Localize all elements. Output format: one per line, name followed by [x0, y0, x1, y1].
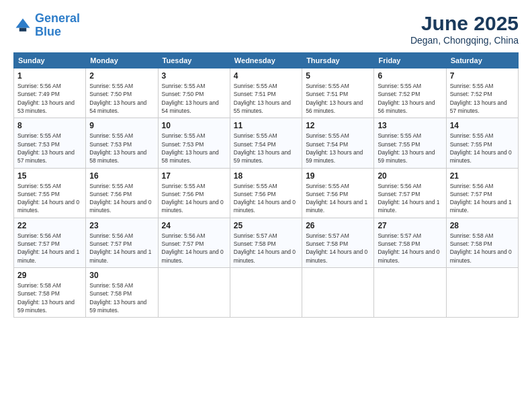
calendar-cell: [446, 268, 518, 318]
day-info: Sunrise: 5:57 AMSunset: 7:58 PMDaylight:…: [234, 232, 298, 265]
day-number: 23: [89, 221, 154, 230]
calendar-page: General Blue June 2025 Degan, Chongqing,…: [0, 0, 532, 411]
day-number: 4: [234, 71, 298, 81]
calendar-cell: 1Sunrise: 5:56 AMSunset: 7:49 PMDaylight…: [14, 68, 86, 118]
day-number: 25: [234, 221, 298, 230]
calendar-cell: 27Sunrise: 5:57 AMSunset: 7:58 PMDayligh…: [374, 218, 446, 267]
logo-line1: General: [35, 11, 80, 25]
calendar-week-row: 8Sunrise: 5:55 AMSunset: 7:53 PMDaylight…: [14, 118, 519, 168]
day-info: Sunrise: 5:55 AMSunset: 7:56 PMDaylight:…: [306, 182, 370, 215]
day-info: Sunrise: 5:58 AMSunset: 7:58 PMDaylight:…: [450, 232, 515, 265]
calendar-header-row: SundayMondayTuesdayWednesdayThursdayFrid…: [14, 53, 519, 68]
calendar-cell: [158, 268, 230, 318]
calendar-cell: 8Sunrise: 5:55 AMSunset: 7:53 PMDaylight…: [14, 118, 86, 168]
calendar-table: SundayMondayTuesdayWednesdayThursdayFrid…: [13, 52, 519, 318]
col-header-tuesday: Tuesday: [158, 53, 230, 68]
day-number: 10: [162, 121, 226, 130]
svg-marker-0: [16, 18, 30, 28]
calendar-cell: 10Sunrise: 5:55 AMSunset: 7:53 PMDayligh…: [158, 118, 230, 168]
day-number: 20: [378, 171, 442, 181]
month-title: June 2025: [410, 12, 519, 35]
calendar-cell: 23Sunrise: 5:56 AMSunset: 7:57 PMDayligh…: [86, 218, 158, 267]
day-info: Sunrise: 5:55 AMSunset: 7:51 PMDaylight:…: [306, 82, 370, 115]
day-info: Sunrise: 5:55 AMSunset: 7:56 PMDaylight:…: [162, 182, 226, 215]
day-number: 12: [306, 121, 370, 130]
calendar-cell: 13Sunrise: 5:55 AMSunset: 7:55 PMDayligh…: [374, 118, 446, 168]
calendar-cell: 25Sunrise: 5:57 AMSunset: 7:58 PMDayligh…: [230, 218, 302, 267]
day-number: 14: [450, 121, 515, 130]
calendar-cell: 26Sunrise: 5:57 AMSunset: 7:58 PMDayligh…: [302, 218, 374, 267]
day-info: Sunrise: 5:55 AMSunset: 7:55 PMDaylight:…: [450, 132, 515, 165]
col-header-sunday: Sunday: [14, 53, 86, 68]
col-header-monday: Monday: [86, 53, 158, 68]
calendar-cell: 12Sunrise: 5:55 AMSunset: 7:54 PMDayligh…: [302, 118, 374, 168]
day-number: 5: [306, 71, 370, 81]
day-number: 29: [17, 271, 82, 280]
day-info: Sunrise: 5:56 AMSunset: 7:57 PMDaylight:…: [89, 232, 154, 265]
day-info: Sunrise: 5:57 AMSunset: 7:58 PMDaylight:…: [378, 232, 442, 265]
calendar-cell: 28Sunrise: 5:58 AMSunset: 7:58 PMDayligh…: [446, 218, 518, 267]
day-info: Sunrise: 5:55 AMSunset: 7:51 PMDaylight:…: [234, 82, 298, 115]
calendar-cell: 4Sunrise: 5:55 AMSunset: 7:51 PMDaylight…: [230, 68, 302, 118]
day-number: 24: [162, 221, 226, 230]
day-number: 26: [306, 221, 370, 230]
day-number: 15: [17, 171, 82, 181]
calendar-week-row: 29Sunrise: 5:58 AMSunset: 7:58 PMDayligh…: [14, 268, 519, 318]
calendar-cell: 14Sunrise: 5:55 AMSunset: 7:55 PMDayligh…: [446, 118, 518, 168]
day-info: Sunrise: 5:55 AMSunset: 7:50 PMDaylight:…: [89, 82, 154, 115]
calendar-cell: 30Sunrise: 5:58 AMSunset: 7:58 PMDayligh…: [86, 268, 158, 318]
day-number: 17: [162, 171, 226, 181]
location: Degan, Chongqing, China: [410, 35, 519, 46]
day-number: 2: [89, 71, 154, 81]
calendar-cell: 24Sunrise: 5:56 AMSunset: 7:57 PMDayligh…: [158, 218, 230, 267]
col-header-saturday: Saturday: [446, 53, 518, 68]
calendar-cell: [374, 268, 446, 318]
day-info: Sunrise: 5:55 AMSunset: 7:54 PMDaylight:…: [306, 132, 370, 165]
calendar-cell: 7Sunrise: 5:55 AMSunset: 7:52 PMDaylight…: [446, 68, 518, 118]
calendar-cell: 11Sunrise: 5:55 AMSunset: 7:54 PMDayligh…: [230, 118, 302, 168]
calendar-cell: 6Sunrise: 5:55 AMSunset: 7:52 PMDaylight…: [374, 68, 446, 118]
day-number: 3: [162, 71, 226, 81]
day-number: 11: [234, 121, 298, 130]
day-info: Sunrise: 5:55 AMSunset: 7:53 PMDaylight:…: [89, 132, 154, 165]
calendar-cell: 17Sunrise: 5:55 AMSunset: 7:56 PMDayligh…: [158, 168, 230, 218]
day-info: Sunrise: 5:55 AMSunset: 7:54 PMDaylight:…: [234, 132, 298, 165]
day-info: Sunrise: 5:56 AMSunset: 7:57 PMDaylight:…: [450, 182, 515, 215]
day-number: 6: [378, 71, 442, 81]
day-number: 28: [450, 221, 515, 230]
calendar-week-row: 22Sunrise: 5:56 AMSunset: 7:57 PMDayligh…: [14, 218, 519, 267]
day-info: Sunrise: 5:55 AMSunset: 7:55 PMDaylight:…: [378, 132, 442, 165]
day-info: Sunrise: 5:56 AMSunset: 7:57 PMDaylight:…: [162, 232, 226, 265]
day-info: Sunrise: 5:55 AMSunset: 7:56 PMDaylight:…: [89, 182, 154, 215]
day-number: 22: [17, 221, 82, 230]
calendar-cell: 5Sunrise: 5:55 AMSunset: 7:51 PMDaylight…: [302, 68, 374, 118]
day-info: Sunrise: 5:55 AMSunset: 7:53 PMDaylight:…: [162, 132, 226, 165]
calendar-cell: 3Sunrise: 5:55 AMSunset: 7:50 PMDaylight…: [158, 68, 230, 118]
day-info: Sunrise: 5:55 AMSunset: 7:56 PMDaylight:…: [234, 182, 298, 215]
day-info: Sunrise: 5:55 AMSunset: 7:52 PMDaylight:…: [378, 82, 442, 115]
calendar-cell: [230, 268, 302, 318]
calendar-cell: 18Sunrise: 5:55 AMSunset: 7:56 PMDayligh…: [230, 168, 302, 218]
calendar-cell: 15Sunrise: 5:55 AMSunset: 7:55 PMDayligh…: [14, 168, 86, 218]
calendar-cell: 29Sunrise: 5:58 AMSunset: 7:58 PMDayligh…: [14, 268, 86, 318]
day-number: 16: [89, 171, 154, 181]
logo-line2: Blue: [35, 26, 80, 39]
calendar-cell: [302, 268, 374, 318]
day-info: Sunrise: 5:55 AMSunset: 7:50 PMDaylight:…: [162, 82, 226, 115]
calendar-cell: 16Sunrise: 5:55 AMSunset: 7:56 PMDayligh…: [86, 168, 158, 218]
day-info: Sunrise: 5:56 AMSunset: 7:57 PMDaylight:…: [17, 232, 82, 265]
calendar-cell: 20Sunrise: 5:56 AMSunset: 7:57 PMDayligh…: [374, 168, 446, 218]
day-number: 18: [234, 171, 298, 181]
day-number: 1: [17, 71, 82, 81]
day-number: 19: [306, 171, 370, 181]
day-number: 27: [378, 221, 442, 230]
day-number: 8: [17, 121, 82, 130]
calendar-cell: 9Sunrise: 5:55 AMSunset: 7:53 PMDaylight…: [86, 118, 158, 168]
col-header-thursday: Thursday: [302, 53, 374, 68]
day-info: Sunrise: 5:58 AMSunset: 7:58 PMDaylight:…: [89, 281, 154, 314]
svg-rect-1: [19, 28, 27, 31]
logo: General Blue: [13, 12, 80, 39]
calendar-cell: 2Sunrise: 5:55 AMSunset: 7:50 PMDaylight…: [86, 68, 158, 118]
day-number: 13: [378, 121, 442, 130]
calendar-week-row: 15Sunrise: 5:55 AMSunset: 7:55 PMDayligh…: [14, 168, 519, 218]
